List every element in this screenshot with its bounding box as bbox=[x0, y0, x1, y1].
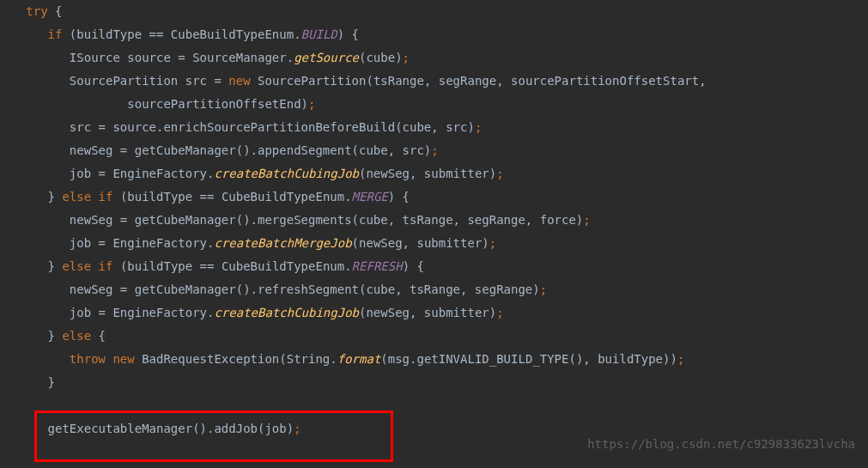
highlighted-code-line: getExecutableManager().addJob(job) bbox=[4, 422, 294, 435]
enum-build: BUILD bbox=[301, 27, 337, 41]
method-createbatchcubing2: createBatchCubingJob bbox=[214, 306, 359, 319]
enum-refresh: REFRESH bbox=[352, 259, 403, 273]
watermark-url: https://blog.csdn.net/c929833623lvcha bbox=[587, 437, 855, 451]
method-format: format bbox=[337, 352, 381, 366]
keyword-if: if bbox=[48, 27, 63, 41]
enum-merge: MERGE bbox=[352, 190, 388, 204]
code-block: try { if (buildType == CubeBuildTypeEnum… bbox=[0, 0, 868, 441]
method-getsource: getSource bbox=[294, 51, 359, 64]
method-createbatchmerge: createBatchMergeJob bbox=[214, 236, 351, 250]
method-createbatchcubing: createBatchCubingJob bbox=[214, 167, 359, 180]
